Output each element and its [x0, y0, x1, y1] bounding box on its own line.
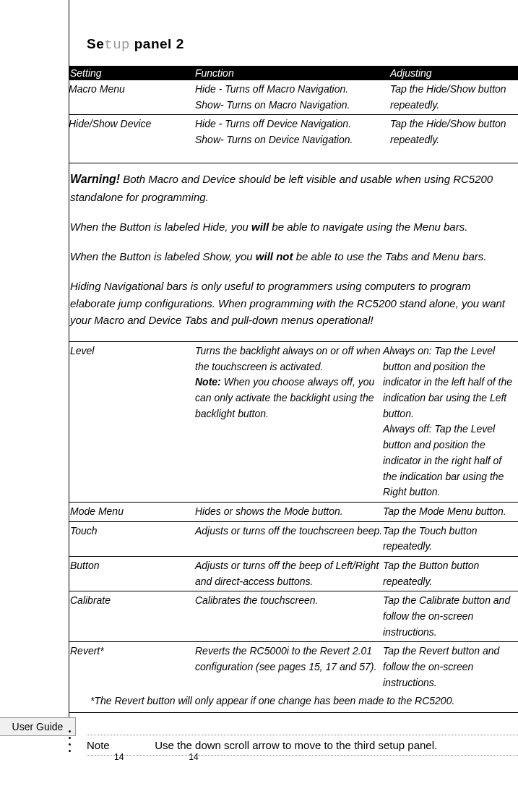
warning-p4: Hiding Navigational bars is only useful …: [70, 278, 518, 328]
table-row: Revert* Reverts the RC5000i to the Rever…: [69, 642, 518, 693]
page-numbers: 14 14: [114, 752, 199, 762]
adj-line: repeatedly.: [390, 99, 439, 111]
cell-function: Hide - Turns off Macro Navigation. Show-…: [195, 80, 390, 115]
func-line: Hide - Turns off Macro Navigation.: [195, 83, 348, 95]
cell-setting: Mode Menu: [69, 502, 195, 521]
cell-adjusting: Tap the Hide/Show button repeatedly.: [390, 80, 518, 115]
table-row: Mode Menu Hides or shows the Mode button…: [69, 502, 518, 521]
cell-function: Reverts the RC5000i to the Revert 2.01 c…: [195, 642, 383, 693]
settings-table-top: Setting Function Adjusting Macro Menu Hi…: [69, 66, 518, 150]
warning-p2: When the Button is labeled Hide, you wil…: [70, 218, 518, 235]
cell-function: Hides or shows the Mode button.: [195, 502, 383, 521]
page-num: 14: [189, 752, 198, 762]
func-text: Turns the backlight always on or off whe…: [195, 345, 381, 372]
cell-function: Calibrates the touchscreen.: [195, 591, 383, 642]
title-se: Se: [87, 36, 104, 51]
revert-footnote: *The Revert button will only appear if o…: [69, 692, 518, 713]
table-row: Button Adjusts or turns off the beep of …: [69, 556, 518, 591]
cell-setting: Calibrate: [69, 591, 195, 642]
settings-table-bottom: Level Turns the backlight always on or o…: [69, 341, 518, 692]
cell-function: Adjusts or turns off the touchscreen bee…: [195, 521, 383, 556]
func-line: Hide - Turns off Device Navigation.: [195, 118, 351, 129]
header-setting: Setting: [69, 66, 195, 80]
cell-function: Hide - Turns off Device Navigation. Show…: [195, 115, 390, 150]
cell-setting: Hide/Show Device: [69, 115, 195, 150]
func-line: Show- Turns on Macro Navigation.: [195, 99, 350, 111]
cell-adjusting: Tap the Button button repeatedly.: [383, 556, 518, 591]
warning-text: Both Macro and Device should be left vis…: [70, 173, 493, 203]
func-text: When you choose always off, you can only…: [195, 376, 374, 419]
warning-text: be able to navigate using the Menu bars.: [269, 221, 467, 233]
table-row: Hide/Show Device Hide - Turns off Device…: [69, 115, 518, 150]
warning-text: be able to use the Tabs and Menu bars.: [293, 250, 487, 262]
page-num: 14: [114, 752, 186, 762]
cell-adjusting: Tap the Calibrate button and follow the …: [383, 591, 518, 642]
cell-function: Adjusts or turns off the beep of Left/Ri…: [195, 556, 383, 591]
title-tup: tup: [104, 37, 130, 53]
user-guide-tab: User Guide: [0, 717, 76, 736]
table-row: Touch Adjusts or turns off the touchscre…: [69, 521, 518, 556]
header-function: Function: [195, 66, 390, 80]
cell-adjusting: Tap the Touch button repeatedly.: [383, 521, 518, 556]
content-area: Setup panel 2 Setting Function Adjusting…: [69, 0, 518, 756]
cell-setting: Revert*: [69, 642, 195, 693]
header-adjusting: Adjusting: [390, 66, 518, 80]
cell-setting: Touch: [69, 521, 195, 556]
warning-text: When the Button is labeled Hide, you: [70, 221, 251, 233]
cell-setting: Level: [69, 342, 195, 503]
func-note-label: Note:: [195, 376, 221, 388]
table-row: Macro Menu Hide - Turns off Macro Naviga…: [69, 80, 518, 115]
title-panel: panel 2: [130, 36, 184, 51]
table-row: Calibrate Calibrates the touchscreen. Ta…: [69, 591, 518, 642]
adj-line: Tap the Hide/Show button: [390, 118, 506, 129]
cell-setting: Macro Menu: [69, 80, 195, 115]
adj-line: repeatedly.: [390, 134, 439, 145]
adj-line: Tap the Hide/Show button: [390, 83, 506, 95]
func-line: Show- Turns on Device Navigation.: [195, 134, 353, 145]
warning-bold: will: [251, 221, 269, 233]
page-title: Setup panel 2: [87, 36, 518, 53]
warning-text: When the Button is labeled Show, you: [70, 250, 256, 262]
table-row: Level Turns the backlight always on or o…: [69, 342, 518, 503]
cell-adjusting: Tap the Mode Menu button.: [383, 502, 518, 521]
cell-adjusting: Tap the Hide/Show button repeatedly.: [390, 115, 518, 150]
table-header-row: Setting Function Adjusting: [69, 66, 518, 80]
cell-adjusting: Tap the Revert button and follow the on-…: [383, 642, 518, 693]
note-label: Note: [87, 739, 152, 751]
warning-bold: will not: [256, 250, 293, 262]
warning-p3: When the Button is labeled Show, you wil…: [70, 248, 518, 265]
note-text: Use the down scroll arrow to move to the…: [155, 739, 437, 751]
cell-function: Turns the backlight always on or off whe…: [195, 342, 383, 503]
warning-p1: Warning! Both Macro and Device should be…: [70, 171, 518, 205]
cell-setting: Button: [69, 556, 195, 591]
warning-label: Warning!: [70, 173, 120, 185]
cell-adjusting: Always on: Tap the Level button and posi…: [383, 342, 518, 503]
warning-block: Warning! Both Macro and Device should be…: [69, 163, 518, 328]
dots-decoration: [69, 730, 71, 752]
